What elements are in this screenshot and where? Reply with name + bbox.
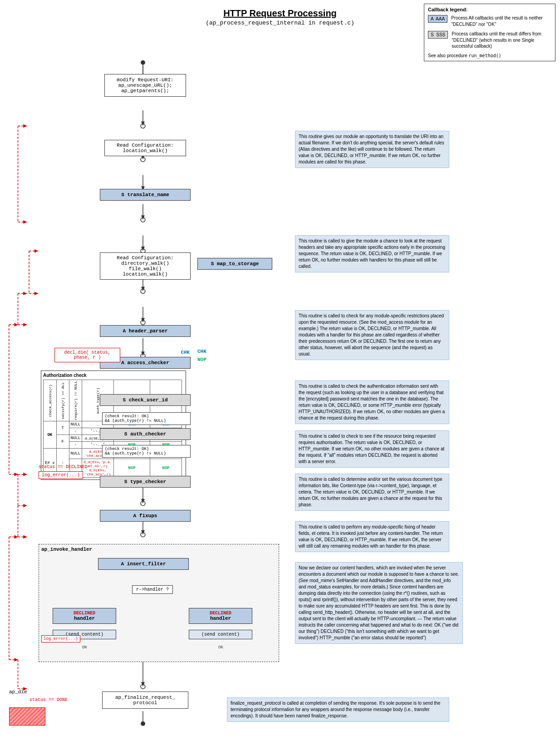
svg-point-1: [141, 60, 145, 65]
header-parser-box: A header_parser: [100, 325, 191, 337]
svg-point-47: [141, 684, 145, 689]
ap-finalize-box: ap_finalize_request_protocol: [102, 692, 188, 709]
handler-annotation: Now we declare our content handlers, whi…: [295, 562, 463, 644]
svg-marker-10: [141, 215, 145, 220]
svg-point-37: [141, 157, 145, 162]
ok-label-right: OK: [218, 645, 223, 650]
insert-filter-label: A insert_filter: [121, 561, 166, 567]
log-error-1-box: log_error(...): [39, 471, 83, 479]
check-user-id-box: S check_user_id: [100, 394, 191, 406]
svg-marker-62: [23, 323, 27, 326]
ok-label-left: OK: [82, 645, 87, 650]
auth-checker-label: S auth_checker: [124, 431, 166, 437]
svg-marker-26: [141, 499, 145, 504]
fixups-annotation: This routine is called to perform any mo…: [295, 521, 449, 552]
auth-checker-box: S auth_checker: [100, 428, 191, 440]
svg-marker-71: [23, 473, 27, 476]
type-checker-annotation: This routine is called to determine and/…: [295, 474, 449, 511]
header-parser-label: A header_parser: [123, 328, 167, 334]
modify-uri-label: modify Request-URI: ap_unescape_URL(); a…: [117, 77, 173, 94]
type-checker-annot-text: This routine is called to determine and/…: [299, 477, 442, 507]
legend-title: Callback legend:: [428, 7, 551, 12]
hatched-box: [9, 707, 45, 726]
svg-marker-57: [34, 291, 38, 295]
decl-die-box: decl_die( status, phase, r ): [54, 348, 120, 362]
auth-table-title: Authorization check: [43, 373, 184, 378]
translate-name-label: S translate_name: [121, 192, 169, 198]
finalize-annotation: finalize_request_protocol is called at c…: [227, 697, 449, 722]
read-config1-label: Read Configuration: location_walk(): [117, 143, 173, 153]
svg-point-38: [141, 217, 145, 222]
invoke-handler-label: ap_invoke_handler: [41, 547, 276, 552]
header-parser-annot-text: This routine is called to check for any …: [299, 313, 444, 356]
svg-marker-56: [34, 249, 38, 253]
translate-name-annotation: This routine gives our module an opportu…: [295, 131, 449, 168]
svg-marker-67: [15, 473, 18, 476]
svg-marker-28: [141, 530, 145, 535]
map-to-storage-annot-text: This routine is called to give the modul…: [299, 238, 445, 269]
header-parser-annotation: This routine is called to check for any …: [295, 310, 449, 360]
read-config2-box: Read Configuration: directory_walk() fil…: [100, 252, 191, 280]
handler-left-label: DECLINED: [57, 611, 112, 616]
type-checker-label: S type_checker: [124, 479, 166, 484]
fixups-annot-text: This routine is called to perform any mo…: [299, 524, 443, 548]
fixups-label: A fixups: [133, 513, 157, 519]
finalize-annot-text: finalize_request_protocol is called at c…: [231, 701, 440, 718]
translate-name-box: S translate_name: [100, 189, 191, 201]
handler-left-name: handler: [57, 616, 112, 621]
chk-label-access: CHK: [197, 349, 206, 354]
map-to-storage-label: S map_to_storage: [211, 261, 259, 267]
r-handler-diamond: r->handler ?: [132, 585, 173, 594]
svg-marker-52: [23, 220, 27, 224]
svg-marker-80: [15, 658, 18, 662]
handler-left-box: DECLINED handler: [53, 608, 116, 624]
fixups-box: A fixups: [100, 510, 191, 522]
log-error-2-box: log_error(...): [41, 635, 80, 642]
svg-marker-79: [15, 535, 18, 539]
check-result-1: (check result: OK) && (auth_type(r) != N…: [102, 412, 191, 425]
svg-marker-18: [141, 351, 145, 356]
map-to-storage-annotation: This routine is called to give the modul…: [295, 235, 449, 272]
read-config1-box: Read Configuration: location_walk(): [104, 140, 186, 156]
status-declined-text: status == DECLINED: [39, 464, 88, 469]
decl-die-label: decl_die( status, phase, r ): [64, 350, 110, 360]
ap-finalize-label: ap_finalize_request_protocol: [115, 695, 175, 706]
svg-point-41: [141, 320, 145, 325]
legend-item-a: A AAA Process All callbacks until the re…: [428, 15, 551, 27]
read-config2-label: Read Configuration: directory_walk() fil…: [117, 255, 173, 277]
check-user-id-annotation: This routine is called to check to see i…: [295, 430, 449, 468]
access-checker-annot-text: This routine is called to check the auth…: [299, 384, 445, 420]
type-checker-box: S type_checker: [100, 476, 191, 488]
svg-point-45: [141, 533, 145, 537]
svg-point-35: [141, 721, 145, 726]
check-user-id-label: S check_user_id: [123, 397, 167, 403]
send-content-right: (send content): [189, 630, 252, 639]
svg-marker-72: [23, 504, 27, 508]
svg-marker-14: [141, 287, 145, 291]
legend-badge-a: A AAA: [428, 15, 447, 23]
legend-text-a: Process All callbacks until the result i…: [451, 15, 551, 27]
svg-point-44: [141, 501, 145, 506]
svg-point-40: [141, 289, 145, 293]
svg-marker-16: [141, 318, 145, 322]
handler-right-name: handler: [193, 616, 248, 621]
svg-marker-33: [141, 682, 145, 687]
svg-marker-75: [23, 535, 27, 539]
svg-text:CHK: CHK: [181, 350, 190, 355]
access-checker-annotation: This routine is called to check the auth…: [295, 380, 449, 424]
access-checker-label: A access_checker: [121, 360, 169, 366]
auth-check-table: Authorization check check_access(r) sati…: [41, 371, 186, 480]
invoke-handler-container: ap_invoke_handler A insert_filter r->han…: [39, 544, 279, 662]
handler-annot-text: Now we declare our content handlers, whi…: [299, 565, 459, 640]
handler-right-box: DECLINED handler: [189, 608, 252, 624]
modify-uri-box: modify Request-URI: ap_unescape_URL(); a…: [104, 74, 186, 97]
handler-right-label: DECLINED: [193, 611, 248, 616]
status-done-text: status == DONE: [29, 697, 68, 702]
svg-point-36: [141, 124, 145, 128]
map-to-storage-box: S map_to_storage: [197, 258, 272, 270]
svg-marker-66: [15, 323, 18, 326]
svg-marker-4: [141, 122, 145, 126]
check-user-id-annot-text: This routine is called to check to see i…: [299, 434, 444, 464]
check-result-2: (check result: OK) && (auth_type(r) != N…: [102, 445, 191, 458]
nop-label-access: NOP: [197, 357, 206, 362]
